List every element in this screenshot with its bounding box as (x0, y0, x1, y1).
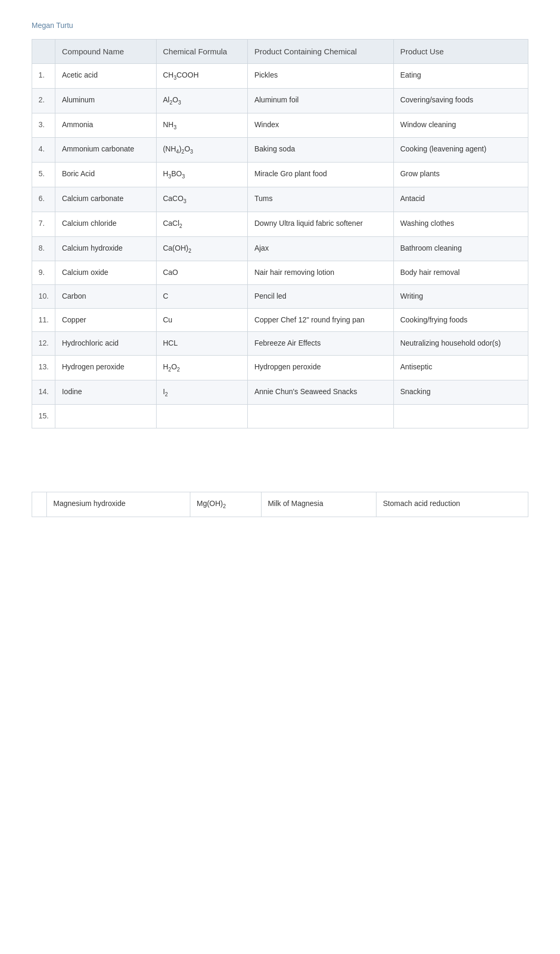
chemical-formula: NH3 (156, 113, 247, 138)
compound-name: Aluminum (55, 88, 156, 113)
table-row: 12.Hydrochloric acidHCLFebreeze Air Effe… (32, 332, 528, 356)
table-row: 13.Hydrogen peroxideH2O2Hydropgen peroxi… (32, 355, 528, 380)
row-number: 8. (32, 236, 55, 261)
product-containing: Pickles (248, 64, 394, 89)
table-row: 2.AluminumAl2O3Aluminum foilCovering/sav… (32, 88, 528, 113)
row-number: 13. (32, 355, 55, 380)
product-use: Antiseptic (393, 355, 528, 380)
chemical-formula: Al2O3 (156, 88, 247, 113)
compound-name: Carbon (55, 284, 156, 308)
header-compound-name: Compound Name (55, 40, 156, 64)
header-product-containing: Product Containing Chemical (248, 40, 394, 64)
product-containing: Pencil led (248, 284, 394, 308)
product-containing: Aluminum foil (248, 88, 394, 113)
extra-product: Milk of Magnesia (261, 492, 376, 517)
compounds-table: Compound Name Chemical Formula Product C… (32, 39, 528, 428)
table-row: 11.CopperCuCopper Chef 12" round frying … (32, 308, 528, 332)
row-number: 14. (32, 380, 55, 405)
row-number: 11. (32, 308, 55, 332)
compound-name: Calcium hydroxide (55, 236, 156, 261)
product-containing: Downy Ultra liquid fabric softener (248, 212, 394, 236)
row-number: 7. (32, 212, 55, 236)
row-number: 4. (32, 138, 55, 163)
compound-name: Acetic acid (55, 64, 156, 89)
product-containing (248, 405, 394, 428)
compound-name: Ammonium carbonate (55, 138, 156, 163)
table-row: 15. (32, 405, 528, 428)
row-number: 1. (32, 64, 55, 89)
product-containing: Windex (248, 113, 394, 138)
extra-compounds-table: Magnesium hydroxide Mg(OH)2 Milk of Magn… (32, 492, 528, 517)
product-containing: Febreeze Air Effects (248, 332, 394, 356)
chemical-formula: I2 (156, 380, 247, 405)
product-containing: Tums (248, 187, 394, 212)
product-use: Washing clothes (393, 212, 528, 236)
row-number: 6. (32, 187, 55, 212)
table-row: 10.CarbonCPencil ledWriting (32, 284, 528, 308)
table-row: 3.AmmoniaNH3WindexWindow cleaning (32, 113, 528, 138)
chemical-formula: (NH4)2O3 (156, 138, 247, 163)
table-row: Magnesium hydroxide Mg(OH)2 Milk of Magn… (32, 492, 528, 517)
product-use: Cooking/frying foods (393, 308, 528, 332)
compound-name: Copper (55, 308, 156, 332)
product-containing: Nair hair removing lotion (248, 261, 394, 285)
product-use: Cooking (leavening agent) (393, 138, 528, 163)
table-row: 8.Calcium hydroxideCa(OH)2AjaxBathroom c… (32, 236, 528, 261)
chemical-formula: Cu (156, 308, 247, 332)
product-use: Antacid (393, 187, 528, 212)
chemical-formula: CaCO3 (156, 187, 247, 212)
table-row: 9.Calcium oxideCaONair hair removing lot… (32, 261, 528, 285)
row-number: 12. (32, 332, 55, 356)
row-number: 10. (32, 284, 55, 308)
chemical-formula: CaO (156, 261, 247, 285)
product-use: Neutralizing household odor(s) (393, 332, 528, 356)
chemical-formula: CH3COOH (156, 64, 247, 89)
compound-name: Boric Acid (55, 163, 156, 187)
row-number: 3. (32, 113, 55, 138)
row-number: 9. (32, 261, 55, 285)
header-product-use: Product Use (393, 40, 528, 64)
row-number: 2. (32, 88, 55, 113)
header-chemical-formula: Chemical Formula (156, 40, 247, 64)
compound-name (55, 405, 156, 428)
row-number: 5. (32, 163, 55, 187)
author-label: Megan Turtu (32, 21, 528, 30)
compound-name: Hydrogen peroxide (55, 355, 156, 380)
chemical-formula: Ca(OH)2 (156, 236, 247, 261)
product-use: Writing (393, 284, 528, 308)
table-row: 4.Ammonium carbonate(NH4)2O3Baking sodaC… (32, 138, 528, 163)
extra-compound-name: Magnesium hydroxide (47, 492, 190, 517)
extra-formula: Mg(OH)2 (190, 492, 261, 517)
compound-name: Calcium carbonate (55, 187, 156, 212)
product-containing: Baking soda (248, 138, 394, 163)
compound-name: Iodine (55, 380, 156, 405)
table-row: 5.Boric AcidH3BO3Miracle Gro plant foodG… (32, 163, 528, 187)
product-use: Covering/saving foods (393, 88, 528, 113)
chemical-formula: C (156, 284, 247, 308)
chemical-formula (156, 405, 247, 428)
table-header-row: Compound Name Chemical Formula Product C… (32, 40, 528, 64)
product-containing: Miracle Gro plant food (248, 163, 394, 187)
product-use (393, 405, 528, 428)
chemical-formula: CaCl2 (156, 212, 247, 236)
extra-use: Stomach acid reduction (376, 492, 528, 517)
table-row: 7.Calcium chlorideCaCl2Downy Ultra liqui… (32, 212, 528, 236)
product-use: Window cleaning (393, 113, 528, 138)
table-row: 6.Calcium carbonateCaCO3TumsAntacid (32, 187, 528, 212)
product-containing: Annie Chun's Seaweed Snacks (248, 380, 394, 405)
compound-name: Calcium oxide (55, 261, 156, 285)
product-use: Snacking (393, 380, 528, 405)
compound-name: Calcium chloride (55, 212, 156, 236)
chemical-formula: H2O2 (156, 355, 247, 380)
chemical-formula: HCL (156, 332, 247, 356)
header-number (32, 40, 55, 64)
product-use: Bathroom cleaning (393, 236, 528, 261)
product-containing: Ajax (248, 236, 394, 261)
extra-row-num (32, 492, 47, 517)
compound-name: Hydrochloric acid (55, 332, 156, 356)
table-row: 1.Acetic acidCH3COOHPicklesEating (32, 64, 528, 89)
compound-name: Ammonia (55, 113, 156, 138)
chemical-formula: H3BO3 (156, 163, 247, 187)
product-containing: Hydropgen peroxide (248, 355, 394, 380)
product-containing: Copper Chef 12" round frying pan (248, 308, 394, 332)
